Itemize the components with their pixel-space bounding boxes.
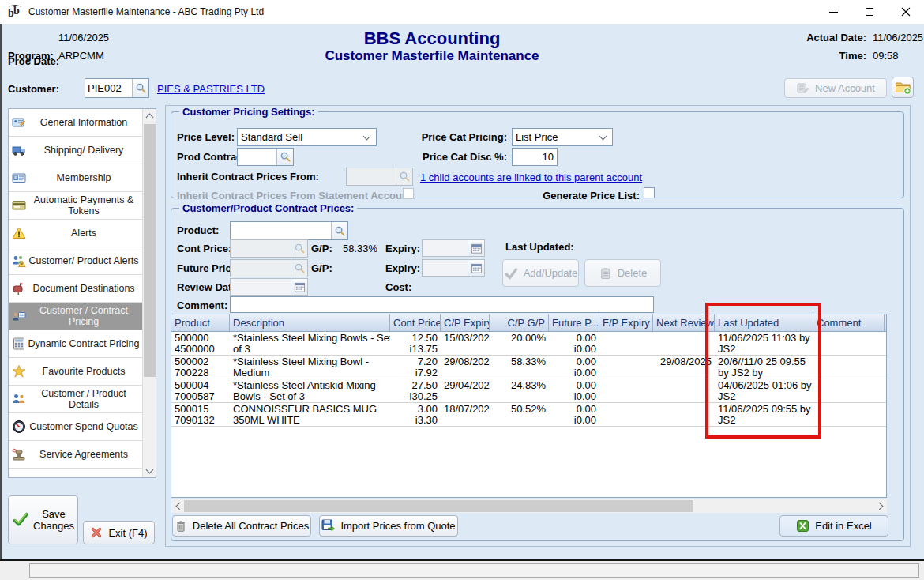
- comment-label: Comment:: [177, 299, 227, 311]
- maximize-button[interactable]: [851, 0, 888, 24]
- sidebar-item-general-information[interactable]: General Information: [9, 109, 142, 137]
- sidebar-item-membership[interactable]: Membership: [9, 164, 142, 192]
- save-changes-button[interactable]: Save Changes: [8, 495, 78, 544]
- exit-button[interactable]: Exit (F4): [83, 521, 155, 544]
- future-price-lookup[interactable]: [230, 259, 308, 277]
- sidebar-scrollbar[interactable]: [142, 109, 156, 477]
- cell-product: 500002700228: [171, 356, 230, 379]
- expiry2-input[interactable]: [423, 260, 468, 276]
- sidebar-item-customer-spend-quotas[interactable]: Customer Spend Quotas: [9, 413, 142, 441]
- cont-price-lookup[interactable]: [230, 239, 308, 258]
- inherit-from-input[interactable]: [347, 168, 396, 185]
- table-row[interactable]: 500002700228*Stainless Steel Mixing Bowl…: [171, 356, 886, 379]
- minimize-button[interactable]: [815, 0, 851, 24]
- cont-price-input[interactable]: [231, 240, 291, 257]
- column-header-f-p-expiry[interactable]: F/P Expiry: [599, 314, 653, 331]
- sidebar-item-customer-contract-pricing[interactable]: Customer / Contract Pricing: [9, 303, 142, 330]
- edit-in-excel-button[interactable]: Edit in Excel: [779, 515, 888, 537]
- hscroll-left-icon[interactable]: [171, 499, 185, 513]
- sidebar-item-customer-product-details[interactable]: Customer / Product Details: [9, 386, 142, 413]
- cell-f-p-expiry: [599, 356, 653, 379]
- add-update-button[interactable]: Add/Update: [502, 259, 579, 287]
- sidebar-item-dynamic-contract-pricing[interactable]: Dynamic Contract Pricing: [9, 330, 142, 358]
- generate-price-list-checkbox[interactable]: [644, 187, 655, 198]
- cell-future-p: 0.00i0.00: [549, 379, 599, 402]
- product-search-icon[interactable]: [331, 222, 347, 239]
- expiry1-label: Expiry:: [385, 243, 420, 254]
- expiry2-calendar-icon[interactable]: [468, 260, 484, 276]
- table-row[interactable]: 5000047000587*Stainless Steel Antiskid M…: [171, 379, 886, 403]
- sidebar-scroll-thumb[interactable]: [144, 124, 156, 377]
- column-header-last-updated[interactable]: Last Updated: [715, 314, 813, 331]
- sidebar-item-service-agreements[interactable]: Service Agreements: [9, 441, 142, 469]
- prod-contract-lookup[interactable]: [237, 148, 294, 166]
- product-input[interactable]: [231, 222, 331, 239]
- sidebar-item-shipping-delivery[interactable]: Shipping/ Delivery: [9, 137, 142, 164]
- sidebar-item-customer-product-alerts[interactable]: Customer/ Product Alerts: [9, 247, 142, 275]
- cell-future-p: 0.00i0.00: [549, 356, 599, 379]
- sidebar-item-favourite-products[interactable]: Favourite Products: [9, 358, 142, 386]
- review-date-input[interactable]: [231, 279, 291, 295]
- column-header-next-review[interactable]: Next Review: [653, 314, 715, 331]
- comment-input[interactable]: [230, 296, 654, 313]
- expiry1-calendar-icon[interactable]: [468, 240, 484, 256]
- id-card-icon: [12, 115, 26, 130]
- table-body: 5000004500000*Stainless Steel Mixing Bow…: [171, 332, 886, 427]
- hscroll-right-icon[interactable]: [873, 499, 887, 513]
- price-cat-pricing-select[interactable]: List Price: [512, 128, 613, 146]
- cont-price-search-icon[interactable]: [291, 240, 307, 257]
- table-row[interactable]: 5000004500000*Stainless Steel Mixing Bow…: [171, 332, 886, 356]
- expiry1-datebox[interactable]: [422, 239, 485, 257]
- customer-search-icon[interactable]: [132, 79, 148, 97]
- column-header-cont-price[interactable]: Cont Price: [390, 314, 441, 331]
- expiry1-input[interactable]: [423, 240, 468, 256]
- import-prices-from-quote-button[interactable]: Import Prices from Quote: [319, 515, 458, 537]
- open-account-folder-button[interactable]: [892, 77, 914, 98]
- cell-description: *Stainless Steel Antiskid MixingBowls - …: [230, 379, 390, 402]
- app-title: BBS Accounting: [219, 28, 645, 49]
- prod-contract-input[interactable]: [238, 149, 276, 165]
- sidebar-scroll-up-icon[interactable]: [143, 109, 156, 122]
- column-header-c-p-expiry[interactable]: C/P Expiry: [441, 314, 490, 331]
- product-lookup[interactable]: [230, 221, 348, 240]
- price-cat-disc-input[interactable]: [512, 148, 558, 166]
- screen-title: Customer Masterfile Maintenance: [219, 48, 645, 64]
- sidebar-item-alerts[interactable]: Alerts: [9, 220, 142, 247]
- customer-code-input[interactable]: [85, 79, 132, 97]
- excel-icon: [796, 519, 809, 533]
- column-header-description[interactable]: Description: [230, 314, 390, 331]
- future-price-input[interactable]: [231, 260, 291, 277]
- program-label: Program:: [8, 50, 54, 62]
- table-hscrollbar[interactable]: [171, 499, 887, 513]
- close-button[interactable]: [888, 0, 924, 24]
- inherit-from-search-icon[interactable]: [396, 168, 412, 185]
- customer-name-link[interactable]: PIES & PASTRIES LTD: [157, 83, 265, 95]
- inherit-from-lookup[interactable]: [346, 168, 413, 186]
- future-price-search-icon[interactable]: [291, 260, 307, 277]
- sidebar-item-automatic-payments-tokens[interactable]: Automatic Payments & Tokens: [9, 192, 142, 220]
- sidebar-item-label: Service Agreements: [39, 449, 128, 460]
- inherit-statement-checkbox[interactable]: [403, 188, 414, 199]
- column-header-product[interactable]: Product: [171, 314, 230, 331]
- review-date-datebox[interactable]: [230, 278, 308, 296]
- delete-all-contract-prices-button[interactable]: Delete All Contract Prices: [172, 515, 311, 537]
- customer-code-lookup[interactable]: [85, 78, 149, 98]
- hscroll-thumb[interactable]: [184, 500, 693, 512]
- column-header-comment[interactable]: Comment: [813, 314, 885, 331]
- expiry2-datebox[interactable]: [422, 259, 485, 277]
- table-row[interactable]: 5000157090132CONNOISSEUR BASICS MUG350ML…: [171, 403, 886, 427]
- child-accounts-link[interactable]: 1 child accounts are linked to this pare…: [420, 171, 642, 183]
- person-card-icon: [12, 309, 26, 323]
- cont-price-label: Cont Price:: [177, 243, 231, 254]
- cell-description: CONNOISSEUR BASICS MUG350ML WHITE: [230, 403, 390, 426]
- delete-button[interactable]: Delete: [584, 259, 661, 287]
- cell-comment: [813, 332, 885, 355]
- price-level-select[interactable]: Standard Sell: [237, 128, 377, 146]
- column-header-c-p-g-p[interactable]: C/P G/P: [490, 314, 549, 331]
- prod-contract-search-icon[interactable]: [276, 149, 293, 165]
- review-date-calendar-icon[interactable]: [291, 279, 307, 295]
- sidebar-scroll-down-icon[interactable]: [143, 464, 156, 477]
- column-header-future-p[interactable]: Future P...: [549, 314, 599, 331]
- sidebar-item-document-destinations[interactable]: Document Destinations: [9, 275, 142, 303]
- new-account-button[interactable]: New Account: [784, 78, 887, 98]
